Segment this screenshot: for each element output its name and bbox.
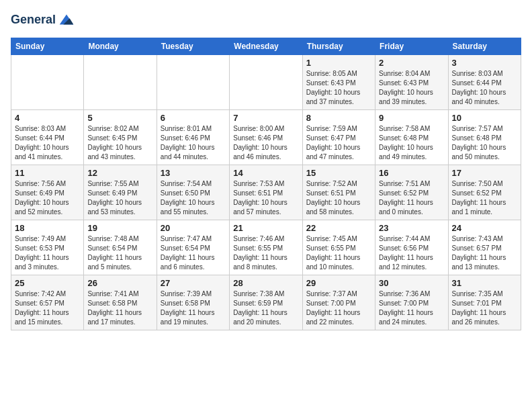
day-info: Sunrise: 7:49 AM Sunset: 6:53 PM Dayligh… <box>15 234 80 272</box>
day-info: Sunrise: 7:52 AM Sunset: 6:51 PM Dayligh… <box>306 179 371 217</box>
calendar-cell: 15Sunrise: 7:52 AM Sunset: 6:51 PM Dayli… <box>302 165 375 220</box>
calendar-cell <box>230 55 302 110</box>
day-of-week-header: Wednesday <box>230 38 302 55</box>
day-info: Sunrise: 7:42 AM Sunset: 6:57 PM Dayligh… <box>15 289 80 327</box>
day-info: Sunrise: 8:02 AM Sunset: 6:45 PM Dayligh… <box>87 124 152 162</box>
calendar-cell: 30Sunrise: 7:36 AM Sunset: 7:00 PM Dayli… <box>375 275 448 330</box>
day-number: 23 <box>379 223 444 233</box>
day-number: 20 <box>161 223 226 233</box>
day-number: 6 <box>161 113 226 123</box>
day-info: Sunrise: 7:47 AM Sunset: 6:54 PM Dayligh… <box>161 234 226 272</box>
day-number: 24 <box>452 223 517 233</box>
day-number: 11 <box>15 168 80 178</box>
day-info: Sunrise: 8:01 AM Sunset: 6:46 PM Dayligh… <box>161 124 226 162</box>
calendar-cell: 21Sunrise: 7:46 AM Sunset: 6:55 PM Dayli… <box>230 220 302 275</box>
day-info: Sunrise: 7:43 AM Sunset: 6:57 PM Dayligh… <box>452 234 517 272</box>
calendar-cell: 1Sunrise: 8:05 AM Sunset: 6:43 PM Daylig… <box>302 55 375 110</box>
day-of-week-header: Monday <box>84 38 157 55</box>
calendar-cell: 10Sunrise: 7:57 AM Sunset: 6:48 PM Dayli… <box>448 110 521 165</box>
calendar-cell: 9Sunrise: 7:58 AM Sunset: 6:48 PM Daylig… <box>375 110 448 165</box>
page-header: General <box>11 11 521 30</box>
logo-text-general: General <box>11 13 56 26</box>
day-info: Sunrise: 7:56 AM Sunset: 6:49 PM Dayligh… <box>15 179 80 217</box>
day-of-week-header: Friday <box>375 38 448 55</box>
calendar-cell: 12Sunrise: 7:55 AM Sunset: 6:49 PM Dayli… <box>84 165 157 220</box>
day-number: 1 <box>306 58 371 68</box>
calendar-cell: 23Sunrise: 7:44 AM Sunset: 6:56 PM Dayli… <box>375 220 448 275</box>
day-of-week-header: Tuesday <box>157 38 229 55</box>
day-number: 7 <box>233 113 298 123</box>
day-number: 13 <box>161 168 226 178</box>
calendar-cell: 3Sunrise: 8:03 AM Sunset: 6:44 PM Daylig… <box>448 55 521 110</box>
calendar-cell: 24Sunrise: 7:43 AM Sunset: 6:57 PM Dayli… <box>448 220 521 275</box>
calendar-cell: 7Sunrise: 8:00 AM Sunset: 6:46 PM Daylig… <box>230 110 302 165</box>
day-number: 5 <box>87 113 152 123</box>
day-number: 2 <box>379 58 444 68</box>
logo: General <box>11 11 76 30</box>
day-info: Sunrise: 7:37 AM Sunset: 7:00 PM Dayligh… <box>306 289 371 327</box>
day-info: Sunrise: 8:04 AM Sunset: 6:43 PM Dayligh… <box>379 69 444 107</box>
calendar-cell: 2Sunrise: 8:04 AM Sunset: 6:43 PM Daylig… <box>375 55 448 110</box>
calendar-cell: 6Sunrise: 8:01 AM Sunset: 6:46 PM Daylig… <box>157 110 229 165</box>
day-number: 28 <box>233 278 298 288</box>
day-info: Sunrise: 7:35 AM Sunset: 7:01 PM Dayligh… <box>452 289 517 327</box>
calendar-week-row: 4Sunrise: 8:03 AM Sunset: 6:44 PM Daylig… <box>11 110 521 165</box>
calendar-cell: 14Sunrise: 7:53 AM Sunset: 6:51 PM Dayli… <box>230 165 302 220</box>
calendar-week-row: 11Sunrise: 7:56 AM Sunset: 6:49 PM Dayli… <box>11 165 521 220</box>
day-number: 14 <box>233 168 298 178</box>
day-number: 27 <box>161 278 226 288</box>
day-info: Sunrise: 8:00 AM Sunset: 6:46 PM Dayligh… <box>233 124 298 162</box>
day-number: 3 <box>452 58 517 68</box>
calendar-cell <box>11 55 84 110</box>
logo-icon <box>57 11 76 30</box>
calendar-cell: 13Sunrise: 7:54 AM Sunset: 6:50 PM Dayli… <box>157 165 229 220</box>
day-number: 9 <box>379 113 444 123</box>
day-info: Sunrise: 7:59 AM Sunset: 6:47 PM Dayligh… <box>306 124 371 162</box>
day-info: Sunrise: 7:54 AM Sunset: 6:50 PM Dayligh… <box>161 179 226 217</box>
calendar-cell: 26Sunrise: 7:41 AM Sunset: 6:58 PM Dayli… <box>84 275 157 330</box>
calendar-week-row: 1Sunrise: 8:05 AM Sunset: 6:43 PM Daylig… <box>11 55 521 110</box>
day-number: 30 <box>379 278 444 288</box>
day-info: Sunrise: 7:50 AM Sunset: 6:52 PM Dayligh… <box>452 179 517 217</box>
calendar-cell: 22Sunrise: 7:45 AM Sunset: 6:55 PM Dayli… <box>302 220 375 275</box>
calendar-cell: 4Sunrise: 8:03 AM Sunset: 6:44 PM Daylig… <box>11 110 84 165</box>
day-info: Sunrise: 7:41 AM Sunset: 6:58 PM Dayligh… <box>87 289 152 327</box>
calendar-cell: 25Sunrise: 7:42 AM Sunset: 6:57 PM Dayli… <box>11 275 84 330</box>
day-number: 31 <box>452 278 517 288</box>
day-info: Sunrise: 8:05 AM Sunset: 6:43 PM Dayligh… <box>306 69 371 107</box>
calendar-cell <box>157 55 229 110</box>
day-of-week-header: Saturday <box>448 38 521 55</box>
calendar-cell: 8Sunrise: 7:59 AM Sunset: 6:47 PM Daylig… <box>302 110 375 165</box>
calendar-cell: 19Sunrise: 7:48 AM Sunset: 6:54 PM Dayli… <box>84 220 157 275</box>
day-number: 22 <box>306 223 371 233</box>
calendar-cell: 28Sunrise: 7:38 AM Sunset: 6:59 PM Dayli… <box>230 275 302 330</box>
calendar-cell: 18Sunrise: 7:49 AM Sunset: 6:53 PM Dayli… <box>11 220 84 275</box>
day-number: 26 <box>87 278 152 288</box>
day-number: 18 <box>15 223 80 233</box>
day-info: Sunrise: 8:03 AM Sunset: 6:44 PM Dayligh… <box>452 69 517 107</box>
day-info: Sunrise: 7:36 AM Sunset: 7:00 PM Dayligh… <box>379 289 444 327</box>
day-info: Sunrise: 7:48 AM Sunset: 6:54 PM Dayligh… <box>87 234 152 272</box>
calendar-cell: 5Sunrise: 8:02 AM Sunset: 6:45 PM Daylig… <box>84 110 157 165</box>
day-info: Sunrise: 7:53 AM Sunset: 6:51 PM Dayligh… <box>233 179 298 217</box>
day-of-week-header: Sunday <box>11 38 84 55</box>
day-info: Sunrise: 8:03 AM Sunset: 6:44 PM Dayligh… <box>15 124 80 162</box>
day-number: 10 <box>452 113 517 123</box>
day-number: 12 <box>87 168 152 178</box>
day-info: Sunrise: 7:57 AM Sunset: 6:48 PM Dayligh… <box>452 124 517 162</box>
day-number: 21 <box>233 223 298 233</box>
day-number: 19 <box>87 223 152 233</box>
calendar-week-row: 25Sunrise: 7:42 AM Sunset: 6:57 PM Dayli… <box>11 275 521 330</box>
calendar-cell: 11Sunrise: 7:56 AM Sunset: 6:49 PM Dayli… <box>11 165 84 220</box>
day-number: 25 <box>15 278 80 288</box>
calendar-cell: 16Sunrise: 7:51 AM Sunset: 6:52 PM Dayli… <box>375 165 448 220</box>
day-info: Sunrise: 7:51 AM Sunset: 6:52 PM Dayligh… <box>379 179 444 217</box>
day-info: Sunrise: 7:46 AM Sunset: 6:55 PM Dayligh… <box>233 234 298 272</box>
calendar-cell <box>84 55 157 110</box>
day-number: 17 <box>452 168 517 178</box>
day-number: 15 <box>306 168 371 178</box>
calendar-cell: 29Sunrise: 7:37 AM Sunset: 7:00 PM Dayli… <box>302 275 375 330</box>
calendar-cell: 31Sunrise: 7:35 AM Sunset: 7:01 PM Dayli… <box>448 275 521 330</box>
day-info: Sunrise: 7:39 AM Sunset: 6:58 PM Dayligh… <box>161 289 226 327</box>
day-number: 4 <box>15 113 80 123</box>
